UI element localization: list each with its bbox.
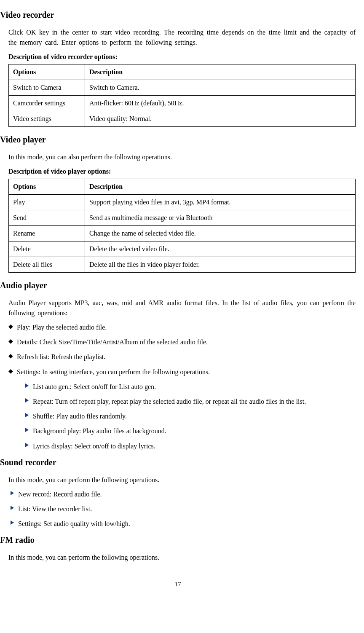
list-item: Refresh list: Refresh the playlist.: [8, 351, 356, 362]
table-cell: Delete: [9, 241, 85, 257]
table-header: Description: [85, 179, 356, 195]
list-item: List: View the recorder list.: [11, 503, 356, 515]
fm-radio-intro: In this mode, you can perform the follow…: [8, 553, 356, 563]
audio-player-sub-bullets: List auto gen.: Select on/off for List a…: [8, 381, 356, 452]
list-item: Settings: In setting interface, you can …: [8, 366, 356, 378]
video-recorder-table: Options Description Switch to Camera Swi…: [8, 64, 356, 127]
video-recorder-desc-label: Description of video recorder options:: [8, 52, 356, 62]
table-cell: Change the name of selected video file.: [85, 226, 356, 241]
table-cell: Delete all the files in video player fol…: [85, 257, 356, 273]
page-number: 17: [0, 579, 356, 589]
table-cell: Send: [9, 210, 85, 226]
table-header: Options: [9, 64, 85, 80]
list-item: Background play: Play audio files at bac…: [25, 425, 356, 437]
sound-recorder-intro: In this mode, you can perform the follow…: [8, 475, 356, 485]
table-header: Options: [9, 179, 85, 195]
list-item: Details: Check Size/Time/Title/Artist/Al…: [8, 336, 356, 348]
table-cell: Delete all files: [9, 257, 85, 273]
table-cell: Video settings: [9, 111, 85, 127]
table-cell: Support playing video files in avi, 3gp,…: [85, 195, 356, 210]
list-item: List auto gen.: Select on/off for List a…: [25, 381, 356, 392]
list-item: Shuffle: Play audio files randomly.: [25, 410, 356, 422]
list-item: Settings: Set audio quality with low/hig…: [11, 518, 356, 529]
list-item: Lyrics display: Select on/off to display…: [25, 440, 356, 452]
table-cell: Rename: [9, 226, 85, 241]
audio-player-intro: Audio Player supports MP3, aac, wav, mid…: [8, 298, 356, 318]
table-cell: Anti-flicker: 60Hz (default), 50Hz.: [85, 96, 356, 111]
video-player-intro: In this mode, you can also perform the f…: [8, 152, 356, 162]
video-recorder-heading: Video recorder: [0, 8, 356, 21]
video-recorder-intro: Click OK key in the center to start vide…: [8, 27, 356, 48]
list-item: Repeat: Turn off repeat play, repeat pla…: [25, 396, 356, 407]
table-cell: Send as multimedia message or via Blueto…: [85, 210, 356, 226]
fm-radio-heading: FM radio: [0, 534, 356, 546]
sound-recorder-heading: Sound recorder: [0, 456, 356, 469]
sound-recorder-bullets: New record: Record audio file. List: Vie…: [8, 488, 356, 530]
table-cell: Video quality: Normal.: [85, 111, 356, 127]
table-cell: Play: [9, 195, 85, 210]
audio-player-bullets: Play: Play the selected audio file. Deta…: [8, 322, 356, 378]
table-cell: Camcorder settings: [9, 96, 85, 111]
table-cell: Switch to Camera.: [85, 80, 356, 96]
audio-player-heading: Audio player: [0, 279, 356, 292]
table-cell: Delete the selected video file.: [85, 241, 356, 257]
list-item: New record: Record audio file.: [11, 488, 356, 500]
video-player-table: Options Description Play Support playing…: [8, 179, 356, 273]
table-cell: Switch to Camera: [9, 80, 85, 96]
video-player-heading: Video player: [0, 133, 356, 146]
list-item: Play: Play the selected audio file.: [8, 322, 356, 333]
table-header: Description: [85, 64, 356, 80]
video-player-desc-label: Description of video player options:: [8, 166, 356, 177]
